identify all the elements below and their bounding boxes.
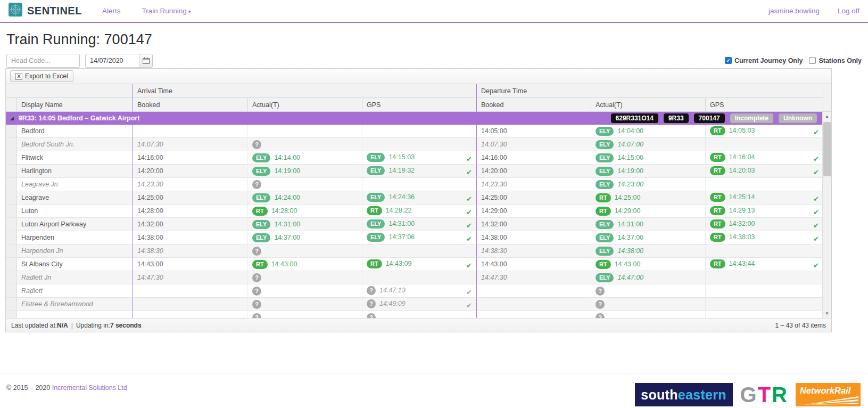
arrival-actual-cell: ? [248,284,362,298]
arrival-booked-cell: 14:07:30 [133,138,248,151]
date-input[interactable] [85,54,139,68]
time-value: 14:47:00 [617,274,643,281]
arrival-actual-cell: RT14:28:00 [248,205,362,218]
departure-booked-cell: 14:20:00 [476,165,591,178]
row-expand-cell [6,178,17,191]
vertical-scrollbar[interactable]: ▲ ▼ [822,112,831,318]
departure-booked-cell: 14:25:00 [476,191,591,205]
time-value: 14:31:00 [388,220,415,227]
arrival-booked-cell: 14:38:30 [133,244,248,258]
arrival-booked-header[interactable]: Booked [133,98,248,112]
gps-check-icon: ✔ [466,155,472,163]
arrival-booked-cell [133,311,248,318]
time-value: 14:15:00 [617,154,643,161]
arrival-actual-header[interactable]: Actual(T) [248,98,362,112]
station-row[interactable]: Radlett?✔?14:47:13? [6,284,822,298]
stations-only-checkbox[interactable]: Stations Only [809,57,862,64]
right-time-badge: RT [710,166,725,175]
gps-check-icon: ✔ [466,168,472,176]
station-row[interactable]: Radlett Jn14:47:30?14:47:30ELY14:47:00 [6,271,822,284]
nav-item-train-running[interactable]: Train Running▾ [142,7,191,15]
early-badge: ELY [367,193,385,202]
scroll-up-arrow-icon[interactable]: ▲ [823,112,831,121]
departure-actual-cell: ELY14:07:00 [591,138,706,151]
gps-check-icon: ✔ [813,155,819,163]
arrival-actual-cell: RT14:43:00 [248,258,362,271]
row-expand-cell [6,218,17,231]
calendar-button[interactable] [139,54,153,68]
export-to-excel-button[interactable]: X Export to Excel [10,70,73,82]
departure-gps-cell [706,284,822,298]
station-row[interactable]: Harpenden Jn14:38:30?14:38:30ELY14:38:00 [6,244,822,258]
station-name: Luton [17,205,133,218]
departure-gps-cell: ✔RT14:32:00 [706,218,822,231]
right-time-badge: RT [710,206,725,215]
row-expand-cell [6,311,17,318]
scrollbar-thumb[interactable] [823,122,831,176]
station-row[interactable]: Harlington14:20:00ELY14:19:00✔ELY14:19:3… [6,165,822,178]
gps-check-icon: ✔ [813,168,819,176]
unit-number-badge: 700147 [694,113,725,123]
nav-item-alerts[interactable]: Alerts [102,7,121,15]
station-row[interactable]: Flitwick14:16:00ELY14:14:00✔ELY14:15:031… [6,151,822,165]
updating-label: Updating in: [76,322,110,329]
gps-check-icon: ✔ [813,128,819,136]
display-name-header[interactable]: Display Name [17,98,133,112]
early-badge: ELY [252,220,270,229]
arrival-booked-cell: 14:38:00 [133,231,248,244]
last-updated-label: Last updated at: [11,322,57,329]
station-row[interactable]: Harpenden14:38:00ELY14:37:00✔ELY14:37:06… [6,231,822,244]
station-row[interactable]: Leagrave Jn14:23:30?14:23:30ELY14:23:00 [6,178,822,191]
arrival-booked-cell: 14:25:00 [133,191,248,205]
arrival-gps-cell [362,244,476,258]
right-time-badge: RT [710,219,725,229]
arrival-booked-cell: 14:28:00 [133,205,248,218]
station-row[interactable]: Luton14:28:00RT14:28:00✔RT14:28:2214:29:… [6,205,822,218]
station-name: Bedford [17,125,133,138]
headcode-input[interactable] [6,54,80,68]
time-value: 14:29:13 [729,207,755,214]
time-value: 14:20:03 [729,167,755,174]
departure-gps-header[interactable]: GPS [706,98,823,112]
station-name: Radlett Jn [17,271,133,284]
early-badge: ELY [596,140,614,149]
arrival-actual-cell: ELY14:24:00 [248,191,362,205]
arrival-gps-cell: ✔ELY14:15:03 [362,151,476,165]
station-row[interactable]: Elstree & Borehamwood?✔?14:49:09? [6,298,822,311]
logoff-link[interactable]: Log off [838,7,859,15]
status-separator: | [71,322,73,329]
time-value: 14:04:00 [617,127,643,135]
networkrail-logo: NetworkRail [796,383,861,406]
station-row[interactable]: Leagrave14:25:00ELY14:24:00✔ELY14:24:361… [6,191,822,205]
departure-actual-header[interactable]: Actual(T) [591,98,706,112]
departure-actual-cell: RT14:43:00 [591,258,706,271]
time-value: 14:37:00 [274,234,300,241]
unknown-badge: ? [252,247,261,256]
time-value: 14:28:00 [271,207,297,215]
gps-check-icon: ✔ [466,262,472,270]
station-row[interactable]: ??? [6,311,822,318]
station-row[interactable]: Bedford14:05:00ELY14:04:00✔RT14:05:03 [6,125,822,138]
unknown-badge: ? [252,287,261,296]
early-badge: ELY [367,219,385,229]
current-journey-checkbox[interactable]: ✔ Current Journey Only [725,57,803,64]
early-badge: ELY [367,166,385,175]
unknown-badge: ? [367,299,376,308]
checkbox-checked-icon: ✔ [725,57,732,64]
collapse-group-icon[interactable]: ◢ [10,116,14,121]
station-row[interactable]: St Albans City14:43:00RT14:43:00✔RT14:43… [6,258,822,271]
journey-badges: 629R331O14 9R33 700147 Incomplete Unknow… [611,113,817,123]
scroll-down-arrow-icon[interactable]: ▼ [823,309,831,318]
company-link[interactable]: Incremental Solutions Ltd [52,384,127,391]
row-expand-cell [6,191,17,205]
departure-booked-header[interactable]: Booked [476,98,591,112]
early-badge: ELY [596,167,614,176]
departure-booked-cell: 14:16:00 [476,151,591,165]
early-badge: ELY [252,233,270,242]
station-row[interactable]: Luton Airport Parkway14:32:00ELY14:31:00… [6,218,822,231]
username-link[interactable]: jasmine.bowling [768,7,820,15]
departure-gps-cell: ✔RT14:38:03 [706,231,822,244]
arrival-gps-header[interactable]: GPS [362,98,476,112]
unknown-badge: ? [596,313,605,319]
station-row[interactable]: Bedford South Jn.14:07:30?14:07:30ELY14:… [6,138,822,151]
